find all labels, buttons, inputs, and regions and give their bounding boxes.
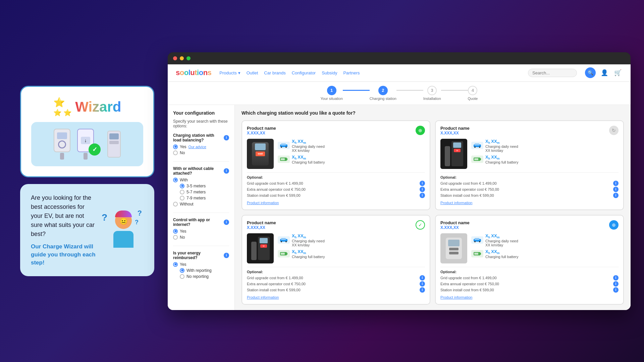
optional-info-3-2[interactable]: i [420, 281, 425, 287]
optional-info-2-1[interactable]: i [613, 181, 619, 186]
product-badge-4: ⊕ [609, 220, 619, 230]
charger-img-1: wall [252, 142, 269, 166]
optional-info-1-2[interactable]: i [420, 187, 425, 192]
radio-cable-3m[interactable]: 3-5 meters [180, 184, 229, 188]
nav-car-brands[interactable]: Car brands [264, 70, 285, 75]
radio-app-no-input[interactable] [173, 235, 178, 240]
radio-lb-yes-input[interactable] [173, 144, 178, 149]
radio-app-no[interactable]: No [173, 235, 229, 240]
product-card-4[interactable]: Product name X.XXX,XX ⊕ [435, 215, 624, 305]
charger-img-screen-1 [255, 143, 266, 150]
radio-cable-without-input[interactable] [173, 202, 178, 206]
radio-cable-without[interactable]: Without [173, 202, 229, 206]
radio-lb-yes[interactable]: Yes Our advice [173, 144, 229, 149]
nav-subsidy[interactable]: Subsidy [322, 70, 337, 75]
product-card-3[interactable]: Product name X.XXX,XX ✓ [241, 215, 430, 305]
nav-configurator[interactable]: Configurator [292, 70, 316, 75]
product-card-1[interactable]: Product name X.XXX,XX ⊕ wall [241, 120, 430, 210]
browser-maximize-btn[interactable] [186, 56, 191, 60]
product-info-link-2[interactable]: Product information [440, 201, 619, 205]
radio-app-yes-input[interactable] [173, 229, 178, 234]
svg-rect-19 [287, 253, 287, 255]
info-icon-2[interactable]: i [224, 168, 229, 174]
charger-tall [107, 131, 121, 158]
optional-row-2-3: Station install cost from € 599,00 i [440, 193, 619, 198]
optional-info-4-2[interactable]: i [613, 281, 619, 287]
spec-text-1-1: Charging daily need [292, 144, 325, 148]
spec-battery-icon-3 [278, 250, 290, 257]
radio-cable-5m[interactable]: 5-7 meters [180, 190, 229, 194]
product-image-1: wall [247, 139, 274, 169]
optional-info-3-1[interactable]: i [420, 275, 425, 281]
cart-icon-btn[interactable]: 🛒 [613, 68, 623, 77]
spec-row-4-1: Xh XXm Charging daily need XX km/day [471, 233, 619, 247]
radio-no-reporting[interactable]: No reporting [180, 274, 229, 279]
svg-rect-22 [475, 238, 479, 240]
cable-sub-options: 3-5 meters 5-7 meters 7-9 meters [180, 184, 229, 200]
search-input[interactable] [532, 70, 573, 75]
config-subtitle: Specify your search with these options: [173, 119, 229, 128]
product-info-link-3[interactable]: Product information [247, 295, 425, 299]
logo: soolutions [176, 68, 211, 77]
radio-with-reporting[interactable]: With reporting [180, 268, 229, 273]
person-illustration: ? ? ? 😐 [103, 212, 144, 248]
radio-cable-3m-input[interactable] [180, 184, 184, 188]
radio-reimb-yes-input[interactable] [173, 262, 178, 267]
browser-close-btn[interactable] [173, 56, 177, 60]
radio-no-reporting-input[interactable] [180, 274, 184, 279]
optional-info-3-3[interactable]: i [420, 287, 425, 293]
spec-row-1-2: Xh XXm Charging full battery [278, 155, 425, 164]
page-layout: Your configuration Specify your search w… [168, 105, 631, 310]
info-icon-1[interactable]: i [224, 135, 229, 140]
config-q1: Charging station with load balancing? i [173, 133, 229, 142]
step-4-circle: 4 [468, 86, 477, 95]
config-section-1: Charging station with load balancing? i … [173, 133, 229, 162]
product-info-link-4[interactable]: Product information [440, 295, 619, 299]
radio-app-yes[interactable]: Yes [173, 229, 229, 234]
product-info-link-1[interactable]: Product information [247, 201, 425, 205]
optional-title-2: Optional: [440, 175, 619, 179]
radio-reimb-yes[interactable]: Yes [173, 262, 229, 267]
nav-partners[interactable]: Partners [343, 70, 360, 75]
radio-with-reporting-input[interactable] [180, 268, 184, 273]
user-icon-btn[interactable]: 👤 [600, 68, 609, 77]
optional-info-4-1[interactable]: i [613, 275, 619, 281]
info-icon-4[interactable]: i [224, 253, 229, 258]
spec-text-2-2: Charging full battery [485, 160, 518, 164]
svg-point-3 [285, 146, 287, 148]
optional-info-2-3[interactable]: i [613, 193, 619, 198]
nav-outlet[interactable]: Outlet [247, 70, 258, 75]
nav-search-box[interactable] [528, 69, 577, 77]
product-badge-3: ✓ [416, 220, 425, 230]
svg-point-24 [479, 241, 480, 242]
product-price-4: X.XXX,XX [440, 225, 470, 230]
spec-text-3-2: Charging full battery [292, 255, 325, 259]
radio-lb-no-input[interactable] [173, 150, 178, 155]
person-body [113, 231, 133, 248]
info-main-text: Are you looking for the best accessories… [31, 193, 97, 239]
radio-cable-7m-input[interactable] [180, 196, 184, 200]
radio-cable-with[interactable]: With [173, 178, 229, 182]
config-section-4: Is your energy reimbursed? i Yes [173, 251, 229, 285]
product-image-3: W [247, 233, 274, 263]
radio-lb-no[interactable]: No [173, 150, 229, 155]
radio-cable-5m-input[interactable] [180, 190, 184, 194]
optional-row-2-1: Grid upgrade cost from € 1.499,00 i [440, 181, 619, 186]
optional-info-1-3[interactable]: i [420, 193, 425, 198]
product-card-2[interactable]: Product name X.XXX,XX ↻ [435, 120, 624, 210]
radio-cable-7m[interactable]: 7-9 meters [180, 196, 229, 200]
optional-info-1-1[interactable]: i [420, 181, 425, 186]
optional-info-2-2[interactable]: i [613, 187, 619, 192]
optional-info-4-3[interactable]: i [613, 287, 619, 293]
wizard-title-text: Wizard [75, 99, 121, 115]
device-3 [107, 131, 121, 158]
wizard-title: ⭐ ⭐ ⭐ Wizard [53, 97, 121, 117]
search-icon-btn[interactable]: 🔍 [585, 67, 596, 78]
advice-link[interactable]: Our advice [189, 145, 206, 149]
wizard-devices: ↓ ✓ [31, 122, 143, 166]
nav-products[interactable]: Products ▾ [219, 70, 240, 75]
radio-cable-with-input[interactable] [173, 178, 178, 182]
info-icon-3[interactable]: i [224, 220, 229, 225]
spec-car-icon-4 [471, 236, 483, 244]
browser-minimize-btn[interactable] [180, 56, 184, 60]
